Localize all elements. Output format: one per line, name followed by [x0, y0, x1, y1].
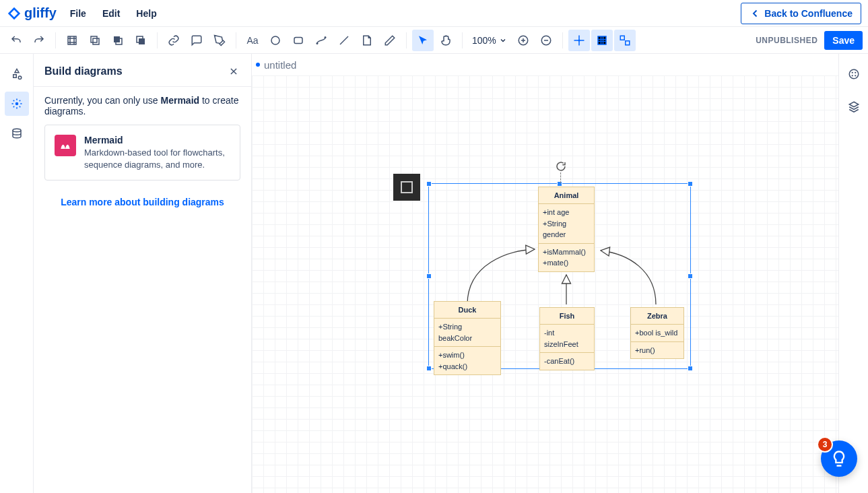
menu-help[interactable]: Help: [136, 8, 156, 19]
shapes-tab[interactable]: [5, 62, 29, 86]
redo-button[interactable]: [28, 30, 50, 51]
data-tab[interactable]: [5, 121, 29, 145]
svg-point-9: [316, 42, 319, 44]
theme-button[interactable]: [842, 62, 866, 86]
zoom-control[interactable]: 100%: [468, 35, 511, 46]
resize-handle-nw[interactable]: [426, 181, 432, 187]
pan-button[interactable]: [435, 30, 457, 51]
resize-handle-n[interactable]: [557, 181, 562, 187]
zoom-out-button[interactable]: [535, 30, 557, 51]
save-button[interactable]: Save: [824, 31, 863, 50]
svg-point-16: [15, 102, 18, 106]
resize-handle-ne[interactable]: [688, 181, 693, 187]
svg-point-19: [851, 72, 853, 73]
uml-zebra[interactable]: Zebra +bool is_wild +run(): [630, 307, 684, 359]
learn-more-link[interactable]: Learn more about building diagrams: [44, 197, 240, 207]
line-button[interactable]: [333, 30, 355, 51]
front-button[interactable]: [107, 30, 129, 51]
layers-button[interactable]: [842, 94, 866, 119]
menu-file[interactable]: File: [70, 8, 86, 19]
svg-rect-0: [68, 36, 76, 44]
card-title: Mermaid: [84, 135, 230, 145]
uml-fish-name: Fish: [540, 308, 594, 325]
svg-rect-3: [114, 36, 120, 42]
resize-handle-sw[interactable]: [426, 366, 432, 371]
mermaid-card[interactable]: Mermaid Markdown-based tool for flowchar…: [44, 125, 240, 180]
svg-rect-8: [294, 37, 302, 43]
svg-rect-1: [93, 38, 99, 44]
chevron-left-icon: [749, 7, 762, 20]
svg-rect-5: [139, 38, 145, 44]
connector-button[interactable]: [310, 30, 332, 51]
gliffy-logo-icon: [7, 6, 22, 21]
shape-toolbox[interactable]: [393, 174, 420, 201]
build-diagrams-tab[interactable]: [5, 92, 29, 116]
logo-text: gliffy: [24, 5, 57, 21]
svg-point-21: [851, 75, 853, 76]
tab-bar: untitled: [252, 54, 838, 75]
uml-fish[interactable]: Fish -int sizeInFeet -canEat(): [539, 307, 595, 370]
rotate-handle[interactable]: [555, 160, 567, 172]
panel-hint: Currently, you can only use Mermaid to c…: [44, 95, 240, 117]
svg-point-22: [855, 75, 856, 76]
lightbulb-icon: [830, 449, 848, 468]
uml-zebra-name: Zebra: [631, 308, 683, 325]
comment-button[interactable]: [186, 30, 207, 51]
svg-point-18: [849, 69, 859, 79]
card-desc: Markdown-based tool for flowcharts, sequ…: [84, 147, 230, 170]
panel-title: Build diagrams: [44, 65, 123, 77]
svg-point-10: [325, 36, 327, 38]
resize-handle-se[interactable]: [688, 366, 693, 371]
right-rail: [838, 54, 868, 493]
uml-animal-name: Animal: [539, 187, 594, 204]
resize-handle-w[interactable]: [426, 273, 432, 279]
svg-rect-15: [626, 40, 630, 44]
text-button[interactable]: Aa: [242, 30, 263, 51]
undo-button[interactable]: [5, 30, 27, 51]
menu-edit[interactable]: Edit: [102, 8, 120, 19]
uml-duck-name: Duck: [434, 302, 500, 319]
svg-rect-2: [91, 36, 97, 42]
panel-close-button[interactable]: [227, 65, 240, 78]
circle-button[interactable]: [265, 30, 286, 51]
svg-point-17: [13, 129, 21, 132]
copy-button[interactable]: [84, 30, 106, 51]
left-rail: [0, 54, 34, 493]
canvas-area: untitled: [252, 54, 838, 493]
chevron-down-icon: [499, 36, 507, 44]
side-panel: Build diagrams Currently, you can only u…: [34, 54, 252, 493]
back-to-confluence-button[interactable]: Back to Confluence: [741, 3, 861, 24]
pointer-button[interactable]: [412, 30, 434, 51]
rect-button[interactable]: [288, 30, 309, 51]
resize-handle-e[interactable]: [688, 273, 693, 279]
close-icon: [229, 67, 238, 76]
note-button[interactable]: [356, 30, 378, 51]
fit-button[interactable]: [61, 30, 83, 51]
guides-button[interactable]: [614, 30, 636, 51]
svg-point-20: [855, 72, 856, 73]
zoom-value: 100%: [472, 35, 496, 46]
grid-button[interactable]: [591, 30, 613, 51]
svg-rect-14: [620, 36, 624, 40]
toolbar: Aa 100% UNPUBLISHED Save: [0, 27, 868, 54]
zoom-in-button[interactable]: [512, 30, 534, 51]
help-badge: 3: [817, 436, 833, 453]
app-logo[interactable]: gliffy: [7, 5, 57, 21]
back-button[interactable]: [130, 30, 152, 51]
uml-duck[interactable]: Duck +String beakColor +swim() +quack(): [434, 301, 501, 375]
pen-button[interactable]: [379, 30, 401, 51]
snap-grid-button[interactable]: [568, 30, 590, 51]
uml-animal[interactable]: Animal +int age +String gender +isMammal…: [538, 187, 595, 272]
menu-items: File Edit Help: [70, 8, 157, 19]
unsaved-dot-icon: [256, 63, 260, 67]
canvas[interactable]: Animal +int age +String gender +isMammal…: [252, 75, 838, 493]
svg-point-13: [578, 39, 580, 41]
draw-button[interactable]: [209, 30, 230, 51]
link-button[interactable]: [163, 30, 185, 51]
help-button[interactable]: 3: [821, 440, 857, 477]
tab-title[interactable]: untitled: [264, 59, 296, 71]
back-label: Back to Confluence: [764, 8, 853, 19]
menubar: gliffy File Edit Help Back to Confluence: [0, 0, 868, 27]
mermaid-icon: [55, 135, 76, 156]
main: Build diagrams Currently, you can only u…: [0, 54, 868, 493]
